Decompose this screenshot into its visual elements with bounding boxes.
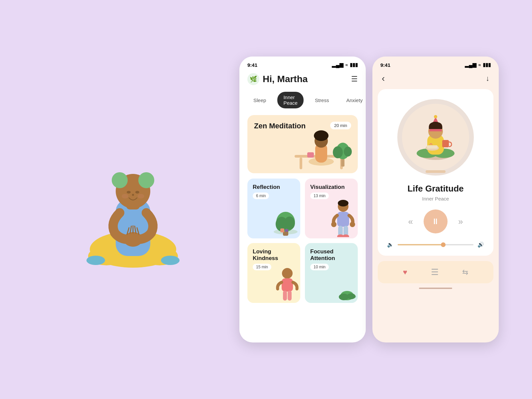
tab-stress[interactable]: Stress bbox=[309, 95, 335, 106]
card-focused-attention-title: Focused Attention bbox=[310, 248, 352, 262]
svg-rect-37 bbox=[337, 212, 349, 227]
status-bar-home: 9:41 ▂▄▆ ≈ ▮▮▮ bbox=[239, 57, 366, 70]
signal-icon: ▂▄▆ bbox=[332, 62, 343, 68]
download-button[interactable]: ↓ bbox=[486, 74, 489, 83]
battery-icon-player: ▮▮▮ bbox=[483, 62, 491, 68]
volume-fill bbox=[398, 244, 443, 245]
header-left: 🌿 Hi, Martha bbox=[247, 73, 308, 85]
svg-point-8 bbox=[112, 172, 128, 188]
svg-rect-17 bbox=[300, 158, 302, 169]
signal-icon-player: ▂▄▆ bbox=[465, 62, 476, 68]
svg-point-25 bbox=[333, 146, 343, 158]
favorite-button[interactable]: ♥ bbox=[403, 268, 407, 277]
svg-point-14 bbox=[132, 194, 134, 196]
playlist-button[interactable]: ☰ bbox=[431, 267, 439, 277]
card-focused-attention[interactable]: Focused Attention 10 min bbox=[305, 243, 358, 303]
wifi-icon-player: ≈ bbox=[478, 63, 481, 67]
svg-point-3 bbox=[86, 256, 105, 265]
svg-point-9 bbox=[138, 172, 154, 188]
card-focused-attention-duration: 10 min bbox=[310, 264, 329, 270]
svg-point-32 bbox=[284, 216, 295, 230]
svg-rect-47 bbox=[288, 291, 292, 301]
svg-point-12 bbox=[122, 194, 128, 199]
loving-kindness-illustration bbox=[276, 265, 299, 303]
svg-point-58 bbox=[434, 115, 437, 118]
greeting-text: Hi, Martha bbox=[263, 74, 308, 84]
header-row: 🌿 Hi, Martha ☰ bbox=[247, 70, 358, 85]
player-nav: ‹ ↓ bbox=[372, 70, 499, 89]
figure-section bbox=[33, 130, 233, 269]
reflection-illustration bbox=[272, 206, 299, 237]
card-visualization[interactable]: Visualization 13 min bbox=[305, 179, 358, 238]
volume-high-icon: 🔊 bbox=[477, 241, 484, 248]
svg-point-22 bbox=[314, 130, 329, 141]
svg-rect-59 bbox=[442, 140, 449, 147]
svg-rect-34 bbox=[285, 229, 288, 232]
svg-point-15 bbox=[124, 232, 142, 247]
main-layout: 9:41 ▂▄▆ ≈ ▮▮▮ 🌿 Hi, Martha ☰ bbox=[33, 57, 499, 342]
card-reflection-duration: 6 min bbox=[253, 193, 269, 199]
phones-container: 9:41 ▂▄▆ ≈ ▮▮▮ 🌿 Hi, Martha ☰ bbox=[239, 57, 499, 342]
rewind-button[interactable]: « bbox=[408, 216, 413, 227]
status-time-player: 9:41 bbox=[380, 62, 390, 68]
battery-icon: ▮▮▮ bbox=[350, 62, 358, 68]
svg-point-13 bbox=[138, 194, 144, 199]
svg-point-4 bbox=[161, 256, 180, 265]
svg-rect-27 bbox=[307, 152, 314, 158]
volume-control: 🔈 🔊 bbox=[384, 241, 487, 248]
card-reflection-title: Reflection bbox=[253, 184, 295, 191]
phone-player: 9:41 ▂▄▆ ≈ ▮▮▮ ‹ ↓ bbox=[372, 57, 499, 342]
card-loving-kindness[interactable]: Loving Kindness 15 min bbox=[247, 243, 300, 303]
svg-rect-61 bbox=[427, 145, 438, 149]
volume-low-icon: 🔈 bbox=[387, 241, 394, 248]
card-reflection[interactable]: Reflection 6 min bbox=[247, 179, 300, 238]
player-controls: « ⏸ » bbox=[408, 209, 463, 233]
tab-inner-peace[interactable]: Inner Peace bbox=[277, 92, 304, 108]
svg-rect-33 bbox=[280, 228, 284, 232]
volume-slider[interactable] bbox=[398, 244, 473, 245]
wifi-icon: ≈ bbox=[345, 63, 348, 67]
svg-rect-46 bbox=[283, 291, 287, 301]
shuffle-button[interactable]: ⇆ bbox=[462, 268, 468, 277]
featured-card[interactable]: Zen Meditation 20 min bbox=[247, 115, 358, 173]
forward-button[interactable]: » bbox=[458, 216, 463, 227]
svg-point-36 bbox=[338, 200, 348, 206]
track-subtitle: Inner Peace bbox=[422, 196, 449, 201]
track-title: Life Gratitude bbox=[407, 184, 464, 194]
svg-point-43 bbox=[350, 222, 355, 227]
svg-point-26 bbox=[344, 147, 352, 157]
featured-illustration bbox=[285, 122, 358, 173]
album-area: Life Gratitude Inner Peace « ⏸ » 🔈 bbox=[378, 89, 493, 256]
card-visualization-title: Visualization bbox=[310, 184, 352, 191]
status-time-home: 9:41 bbox=[247, 62, 257, 68]
svg-point-44 bbox=[282, 268, 293, 279]
meditation-cards-grid: Reflection 6 min bbox=[247, 179, 358, 303]
card-loving-kindness-title: Loving Kindness bbox=[253, 248, 295, 262]
pause-icon: ⏸ bbox=[432, 217, 440, 226]
meditation-figure bbox=[80, 130, 186, 269]
home-content: 🌿 Hi, Martha ☰ Sleep Inner Peace Stress … bbox=[239, 70, 366, 340]
volume-thumb[interactable] bbox=[441, 242, 446, 247]
album-illustration bbox=[409, 111, 462, 164]
status-icons-home: ▂▄▆ ≈ ▮▮▮ bbox=[332, 62, 358, 68]
category-tabs: Sleep Inner Peace Stress Anxiety bbox=[247, 92, 358, 108]
tab-sleep[interactable]: Sleep bbox=[247, 95, 272, 106]
svg-rect-45 bbox=[282, 278, 293, 292]
home-indicator bbox=[372, 283, 499, 293]
player-bottom-bar: ♥ ☰ ⇆ bbox=[378, 261, 493, 283]
phone-home: 9:41 ▂▄▆ ≈ ▮▮▮ 🌿 Hi, Martha ☰ bbox=[239, 57, 366, 342]
tab-anxiety[interactable]: Anxiety bbox=[340, 95, 366, 106]
focused-attention-illustration bbox=[334, 272, 358, 303]
app-logo: 🌿 bbox=[247, 73, 259, 85]
album-art bbox=[397, 99, 474, 176]
menu-button[interactable]: ☰ bbox=[351, 75, 358, 83]
card-visualization-duration: 13 min bbox=[310, 193, 329, 199]
pause-button[interactable]: ⏸ bbox=[424, 209, 448, 233]
status-bar-player: 9:41 ▂▄▆ ≈ ▮▮▮ bbox=[372, 57, 499, 70]
svg-point-51 bbox=[347, 293, 355, 299]
status-icons-player: ▂▄▆ ≈ ▮▮▮ bbox=[465, 62, 491, 68]
svg-point-41 bbox=[342, 234, 349, 237]
back-button[interactable]: ‹ bbox=[382, 73, 385, 84]
home-indicator-bar bbox=[419, 288, 452, 289]
svg-point-10 bbox=[127, 191, 131, 194]
